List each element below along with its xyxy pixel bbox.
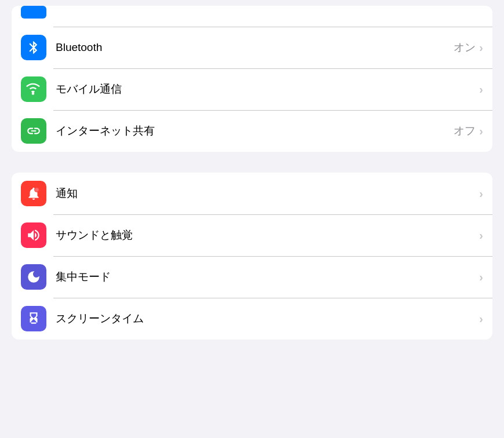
svg-point-0	[32, 92, 34, 94]
hotspot-status: オフ	[454, 123, 476, 138]
hotspot-icon-wrapper	[21, 118, 46, 144]
sound-icon-wrapper	[21, 222, 46, 248]
mobile-chevron: ›	[479, 83, 483, 95]
screentime-label: スクリーンタイム	[56, 311, 144, 326]
mobile-icon-wrapper	[21, 76, 46, 102]
bluetooth-icon	[26, 40, 41, 55]
bluetooth-right: オン ›	[454, 40, 483, 55]
screentime-chevron: ›	[479, 313, 483, 324]
bluetooth-label: Bluetooth	[56, 41, 102, 54]
notifications-icon-wrapper	[21, 181, 46, 206]
signal-icon	[26, 82, 41, 97]
svg-point-2	[35, 188, 38, 192]
focus-content: 集中モード ›	[56, 269, 483, 284]
focus-right: ›	[479, 271, 483, 283]
hourglass-icon	[26, 311, 41, 326]
notifications-group: 通知 › サウンドと触覚 ›	[12, 173, 492, 340]
bell-icon	[26, 186, 41, 201]
bluetooth-icon-wrapper	[21, 35, 46, 60]
hotspot-item[interactable]: インターネット共有 オフ ›	[12, 110, 492, 152]
hotspot-content: インターネット共有 オフ ›	[56, 123, 483, 138]
screentime-icon-wrapper	[21, 306, 46, 331]
wifi-icon-partial	[21, 6, 46, 19]
sound-content: サウンドと触覚 ›	[56, 228, 483, 243]
focus-icon-wrapper	[21, 264, 46, 290]
notifications-right: ›	[479, 188, 483, 199]
sound-chevron: ›	[479, 229, 483, 241]
hotspot-right: オフ ›	[454, 123, 483, 138]
mobile-item[interactable]: モバイル通信 ›	[12, 68, 492, 110]
mobile-content: モバイル通信 ›	[56, 82, 483, 97]
bluetooth-item[interactable]: Bluetooth オン ›	[12, 27, 492, 68]
notifications-item[interactable]: 通知 ›	[12, 173, 492, 214]
bluetooth-content: Bluetooth オン ›	[56, 40, 483, 55]
screentime-right: ›	[479, 313, 483, 324]
settings-container: Bluetooth オン › モバイル通信 ›	[0, 0, 504, 340]
bluetooth-status: オン	[454, 40, 476, 55]
notifications-label: 通知	[56, 186, 78, 201]
focus-chevron: ›	[479, 271, 483, 283]
focus-item[interactable]: 集中モード ›	[12, 256, 492, 298]
sound-item[interactable]: サウンドと触覚 ›	[12, 214, 492, 256]
hotspot-label: インターネット共有	[56, 123, 155, 138]
focus-label: 集中モード	[56, 269, 111, 284]
screentime-item[interactable]: スクリーンタイム ›	[12, 298, 492, 340]
notifications-chevron: ›	[479, 188, 483, 199]
sound-label: サウンドと触覚	[56, 228, 133, 243]
mobile-label: モバイル通信	[56, 82, 122, 97]
link-icon	[26, 123, 41, 138]
sound-right: ›	[479, 229, 483, 241]
mobile-right: ›	[479, 83, 483, 95]
sound-icon	[26, 228, 41, 243]
wifi-partial-item	[12, 6, 492, 27]
moon-icon	[26, 269, 41, 284]
connectivity-group: Bluetooth オン › モバイル通信 ›	[12, 6, 492, 152]
screentime-content: スクリーンタイム ›	[56, 311, 483, 326]
notifications-content: 通知 ›	[56, 186, 483, 201]
hotspot-chevron: ›	[479, 125, 483, 137]
bluetooth-chevron: ›	[479, 42, 483, 53]
